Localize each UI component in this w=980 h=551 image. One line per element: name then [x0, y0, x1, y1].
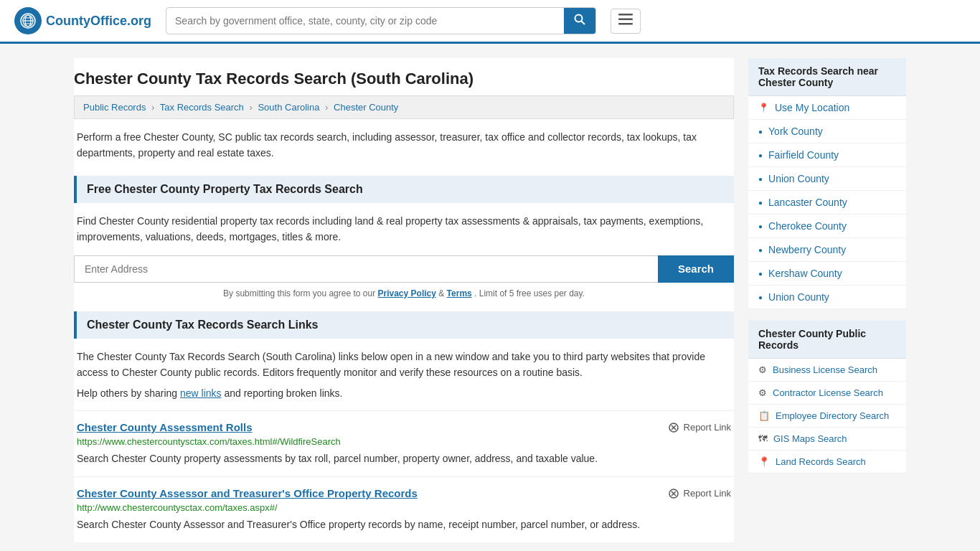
use-my-location-link[interactable]: Use My Location: [775, 102, 849, 113]
location-pin-icon: 📍: [758, 103, 769, 113]
svg-line-6: [582, 22, 585, 25]
content-area: Chester County Tax Records Search (South…: [74, 58, 734, 542]
business-license-search-link[interactable]: Business License Search: [773, 364, 877, 375]
form-disclaimer: By submitting this form you agree to our…: [74, 288, 734, 298]
sidebar-public-records-section: Chester County Public Records ⚙ Business…: [748, 321, 906, 474]
links-help-text: Help others by sharing new links and rep…: [74, 387, 734, 399]
sidebar-nearby-cherokee-county: ● Cherokee County: [748, 215, 906, 238]
link-item-title[interactable]: Chester County Assessment Rolls: [77, 421, 253, 433]
global-search-input[interactable]: [166, 9, 564, 32]
sidebar-nearby-fairfield-county: ● Fairfield County: [748, 143, 906, 167]
dot-icon: ●: [758, 175, 763, 183]
logo-text: CountyOffice.org: [46, 14, 151, 29]
sidebar: Tax Records Search near Chester County 📍…: [748, 58, 906, 542]
sidebar-nearby-union-county-1: ● Union County: [748, 167, 906, 191]
employee-directory-search-link[interactable]: Employee Directory Search: [776, 410, 889, 421]
sidebar-public-records-title: Chester County Public Records: [748, 321, 906, 359]
land-records-search-link[interactable]: Land Records Search: [776, 456, 866, 467]
report-link-button[interactable]: Report Link: [668, 488, 731, 499]
newberry-county-link[interactable]: Newberry County: [768, 244, 846, 255]
links-section: Chester County Tax Records Search Links …: [74, 311, 734, 543]
book-icon: 📋: [758, 410, 770, 421]
sidebar-use-location-item: 📍 Use My Location: [748, 96, 906, 120]
kershaw-county-link[interactable]: Kershaw County: [768, 268, 842, 279]
breadcrumb-south-carolina[interactable]: South Carolina: [258, 102, 319, 113]
dot-icon: ●: [758, 151, 763, 159]
link-item-url: https://www.chestercountysctax.com/taxes…: [77, 436, 731, 447]
report-link-button[interactable]: Report Link: [668, 422, 731, 433]
pin-icon: 📍: [758, 456, 770, 467]
gear-icon: ⚙: [758, 387, 767, 398]
breadcrumb-chester-county[interactable]: Chester County: [334, 102, 398, 113]
contractor-license-search-link[interactable]: Contractor License Search: [773, 387, 883, 398]
fairfield-county-link[interactable]: Fairfield County: [768, 149, 839, 161]
union-county-link-2[interactable]: Union County: [768, 291, 829, 303]
link-item-url: http://www.chestercountysctax.com/taxes.…: [77, 502, 731, 513]
breadcrumb-tax-records-search[interactable]: Tax Records Search: [160, 102, 244, 113]
dot-icon: ●: [758, 222, 763, 230]
cherokee-county-link[interactable]: Cherokee County: [768, 220, 847, 232]
dot-icon: ●: [758, 293, 763, 301]
link-item-title[interactable]: Chester County Assessor and Treasurer's …: [77, 487, 418, 499]
dot-icon: ●: [758, 270, 763, 278]
sidebar-nearby-york-county: ● York County: [748, 120, 906, 143]
new-links-link[interactable]: new links: [180, 387, 222, 399]
dot-icon: ●: [758, 128, 763, 136]
page-intro-text: Perform a free Chester County, SC public…: [74, 129, 734, 161]
york-county-link[interactable]: York County: [768, 126, 823, 137]
sidebar-nearby-union-county-2: ● Union County: [748, 286, 906, 309]
gis-maps-search-link[interactable]: GIS Maps Search: [773, 433, 847, 444]
link-item-description: Search Chester County property assessmen…: [77, 451, 731, 466]
svg-rect-9: [618, 23, 633, 25]
dot-icon: ●: [758, 246, 763, 254]
sidebar-business-license-item: ⚙ Business License Search: [748, 359, 906, 382]
svg-point-5: [575, 15, 583, 22]
logo-org: .org: [127, 14, 151, 28]
sidebar-nearby-kershaw-county: ● Kershaw County: [748, 262, 906, 286]
sidebar-contractor-license-item: ⚙ Contractor License Search: [748, 382, 906, 405]
breadcrumb: Public Records › Tax Records Search › So…: [74, 95, 734, 119]
global-search-button[interactable]: [564, 8, 595, 34]
lancaster-county-link[interactable]: Lancaster County: [768, 197, 847, 208]
address-input[interactable]: [74, 255, 658, 283]
links-intro-text: The Chester County Tax Records Search (S…: [74, 349, 734, 381]
site-header: CountyOffice.org: [0, 0, 980, 44]
sidebar-nearby-lancaster-county: ● Lancaster County: [748, 191, 906, 215]
link-item-description: Search Chester County Assessor and Treas…: [77, 517, 731, 532]
hamburger-menu-button[interactable]: [611, 9, 641, 34]
sidebar-nearby-title: Tax Records Search near Chester County: [748, 58, 906, 96]
address-search-row: Search: [74, 255, 734, 283]
breadcrumb-public-records[interactable]: Public Records: [83, 102, 146, 113]
page-title: Chester County Tax Records Search (South…: [74, 58, 734, 95]
address-search-button[interactable]: Search: [658, 255, 734, 283]
site-logo[interactable]: CountyOffice.org: [14, 7, 151, 34]
sidebar-gis-maps-item: 🗺 GIS Maps Search: [748, 428, 906, 451]
svg-rect-7: [618, 14, 633, 16]
sidebar-employee-directory-item: 📋 Employee Directory Search: [748, 405, 906, 428]
main-container: Chester County Tax Records Search (South…: [60, 44, 920, 551]
link-item: Chester County Assessment Rolls Report L…: [74, 410, 734, 476]
union-county-link-1[interactable]: Union County: [768, 173, 829, 184]
privacy-policy-link[interactable]: Privacy Policy: [378, 288, 436, 298]
sidebar-nearby-section: Tax Records Search near Chester County 📍…: [748, 58, 906, 309]
global-search-bar: [166, 7, 596, 34]
logo-icon: [14, 7, 42, 34]
map-icon: 🗺: [758, 433, 768, 444]
svg-rect-8: [618, 18, 633, 20]
link-item: Chester County Assessor and Treasurer's …: [74, 476, 734, 542]
terms-link[interactable]: Terms: [447, 288, 472, 298]
sidebar-nearby-newberry-county: ● Newberry County: [748, 238, 906, 262]
links-section-header: Chester County Tax Records Search Links: [74, 311, 734, 339]
sidebar-land-records-item: 📍 Land Records Search: [748, 451, 906, 474]
dot-icon: ●: [758, 199, 763, 207]
property-section-header: Free Chester County Property Tax Records…: [74, 176, 734, 203]
property-section-description: Find Chester County residential property…: [74, 213, 734, 245]
gear-icon: ⚙: [758, 364, 767, 375]
